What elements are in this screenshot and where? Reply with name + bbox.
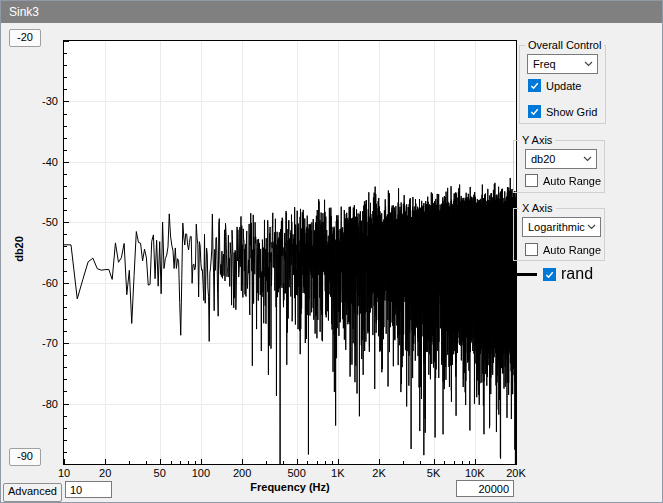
- update-label: Update: [546, 80, 581, 92]
- y-min-button[interactable]: -90: [9, 448, 41, 466]
- chevron-down-icon: [587, 224, 596, 230]
- y-auto-range-checkbox[interactable]: [525, 174, 538, 187]
- x-min-input[interactable]: [65, 481, 112, 498]
- overall-combo-value: Freq: [533, 58, 556, 70]
- x-axis-combo[interactable]: Logarithmic: [522, 217, 601, 237]
- y-tick-label: -60: [25, 277, 58, 289]
- show-grid-label: Show Grid: [546, 106, 597, 118]
- plot-frame: [63, 40, 517, 465]
- x-tick-label: 10: [58, 467, 70, 479]
- x-tick-label: 50: [154, 467, 166, 479]
- advanced-button[interactable]: Advanced: [3, 483, 62, 502]
- update-checkbox[interactable]: [528, 79, 541, 92]
- x-axis-combo-value: Logarithmic: [528, 221, 585, 233]
- x-tick-label: 20: [99, 467, 111, 479]
- y-auto-range-label: Auto Range: [543, 175, 601, 187]
- x-tick-label: 1K: [331, 467, 344, 479]
- x-tick-label: 10K: [465, 467, 485, 479]
- legend: rand: [515, 265, 593, 283]
- y-auto-range-row: Auto Range: [525, 174, 601, 187]
- x-tick-label: 200: [233, 467, 251, 479]
- group-x-axis-title: X Axis: [519, 202, 556, 214]
- x-auto-range-label: Auto Range: [543, 244, 601, 256]
- group-overall-title: Overall Control: [525, 39, 604, 51]
- chevron-down-icon: [584, 61, 593, 67]
- group-x-axis: X Axis Logarithmic Auto Range: [513, 208, 605, 261]
- check-icon: [529, 80, 540, 91]
- y-tick-label: -70: [25, 337, 58, 349]
- x-auto-range-row: Auto Range: [525, 243, 601, 256]
- app-window: Sink3 -20 -90 db20 Frequency (Hz) 102050…: [0, 0, 663, 503]
- legend-line-swatch: [515, 273, 537, 276]
- y-tick-label: -80: [25, 398, 58, 410]
- y-max-button[interactable]: -20: [9, 29, 41, 47]
- y-axis-title: db20: [13, 236, 25, 262]
- overall-combo[interactable]: Freq: [527, 54, 598, 74]
- show-grid-checkbox[interactable]: [528, 105, 541, 118]
- x-tick-label: 100: [192, 467, 210, 479]
- x-tick-label: 2K: [372, 467, 385, 479]
- update-row: Update: [528, 79, 581, 92]
- y-tick-label: -50: [25, 216, 58, 228]
- legend-rand-checkbox[interactable]: [543, 268, 556, 281]
- check-icon: [544, 269, 555, 280]
- group-y-axis: Y Axis db20 Auto Range: [513, 140, 605, 193]
- x-auto-range-checkbox[interactable]: [525, 243, 538, 256]
- window-title: Sink3: [9, 5, 39, 19]
- chevron-down-icon: [583, 156, 592, 162]
- x-tick-label: 500: [287, 467, 305, 479]
- titlebar: Sink3: [1, 1, 662, 23]
- check-icon: [529, 106, 540, 117]
- x-tick-label: 5K: [427, 467, 440, 479]
- legend-series-label: rand: [561, 265, 593, 283]
- x-tick-label: 20K: [506, 467, 526, 479]
- y-tick-label: -30: [25, 95, 58, 107]
- show-grid-row: Show Grid: [528, 105, 597, 118]
- y-tick-label: -40: [25, 156, 58, 168]
- spectrum-plot-canvas[interactable]: [64, 41, 516, 464]
- y-axis-combo[interactable]: db20: [525, 149, 597, 169]
- x-axis-title: Frequency (Hz): [250, 481, 329, 493]
- group-overall-control: Overall Control Freq Update Show Grid: [519, 45, 606, 124]
- group-y-axis-title: Y Axis: [519, 134, 555, 146]
- x-max-input[interactable]: [456, 480, 514, 497]
- y-axis-combo-value: db20: [531, 153, 555, 165]
